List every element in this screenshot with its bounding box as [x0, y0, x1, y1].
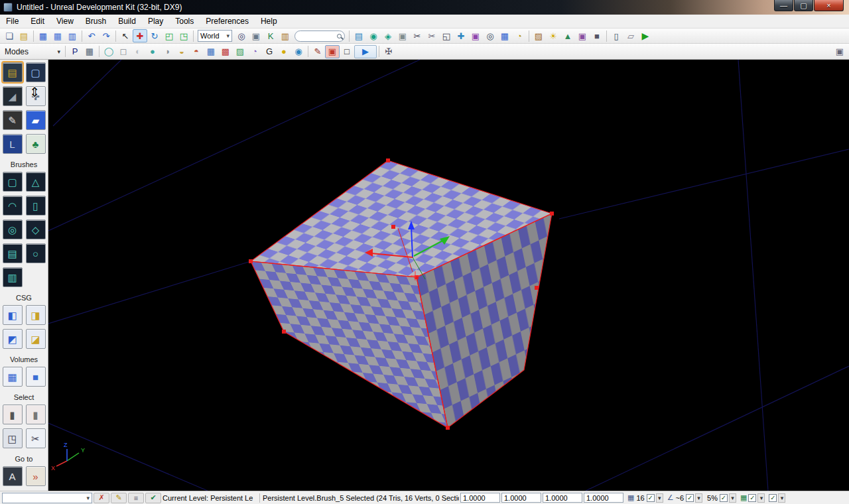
- perspective-viewport[interactable]: X Y Z: [48, 60, 849, 491]
- show-widget-button[interactable]: ✚: [454, 29, 468, 42]
- lighting-only-viewmode-button[interactable]: ◒: [174, 45, 189, 58]
- csg-add-button[interactable]: ◧: [3, 305, 23, 325]
- foliage-mode-button[interactable]: ♣: [26, 134, 46, 154]
- light-complexity-viewmode-button[interactable]: ◓: [189, 45, 204, 58]
- build-all-button[interactable]: ■: [590, 29, 604, 42]
- rotate-tool-button[interactable]: ↻: [147, 29, 162, 42]
- autosave-checkbox[interactable]: ✓: [748, 494, 756, 502]
- new-level-button[interactable]: ❏: [2, 29, 17, 42]
- save-all-button[interactable]: ▥: [65, 29, 80, 42]
- transaction-button[interactable]: ▣: [249, 29, 263, 42]
- game-view-button[interactable]: G: [262, 45, 277, 58]
- csg-deintersect-button[interactable]: ◪: [26, 329, 46, 349]
- detach-viewport-button[interactable]: ✠: [381, 45, 396, 58]
- csg-intersect-button[interactable]: ◩: [3, 329, 23, 349]
- mesh-paint-mode-button[interactable]: ▰: [26, 110, 46, 130]
- scale-nonuniform-tool-button[interactable]: ◳: [176, 29, 191, 42]
- show-flags-button[interactable]: ◉: [291, 45, 306, 58]
- open-level-button[interactable]: ▤: [17, 29, 31, 42]
- builder-brush[interactable]: [249, 158, 554, 430]
- snap-sliders-button[interactable]: ≡: [128, 493, 144, 503]
- drawscale-field[interactable]: 1.0000: [460, 493, 500, 503]
- terrain-mode-button[interactable]: ◢: [3, 86, 23, 106]
- viewport-camera-button[interactable]: ▣: [325, 45, 340, 58]
- geometry-mode-button[interactable]: ▢: [26, 62, 46, 82]
- drag-grid-value[interactable]: 16: [635, 494, 645, 502]
- scale-snap-dropdown[interactable]: ▾: [729, 493, 736, 503]
- camera-snap-dropdown[interactable]: ▾: [778, 493, 785, 503]
- kismet-button[interactable]: K: [263, 29, 278, 42]
- menu-tools[interactable]: Tools: [169, 15, 200, 28]
- spiral-stair-brush-button[interactable]: ◎: [3, 220, 23, 239]
- menu-brush[interactable]: Brush: [80, 15, 112, 28]
- drawscale-x-field[interactable]: 1.0000: [501, 493, 541, 503]
- zoom-extents-button[interactable]: ◎: [483, 29, 497, 42]
- cube-brush-button[interactable]: ▢: [3, 172, 23, 192]
- autosave-options-button[interactable]: ◔: [512, 29, 527, 42]
- actor-lock-button[interactable]: ✗: [94, 493, 109, 503]
- cut-button[interactable]: ✂: [410, 29, 424, 42]
- menu-build[interactable]: Build: [112, 15, 142, 28]
- close-button[interactable]: ×: [814, 0, 844, 11]
- rotation-grid-checkbox[interactable]: ✓: [686, 494, 694, 502]
- surface-props-button[interactable]: ✎: [111, 493, 127, 503]
- menu-view[interactable]: View: [50, 15, 80, 28]
- rotation-grid-dropdown[interactable]: ▾: [695, 493, 702, 503]
- select-tool-button[interactable]: ↖: [118, 29, 133, 42]
- save-button[interactable]: ▦: [36, 29, 50, 42]
- texture-density-viewmode-button[interactable]: ▦: [204, 45, 218, 58]
- autosave-dropdown[interactable]: ▾: [757, 493, 765, 503]
- toolbar-grip-button[interactable]: ▣: [832, 45, 847, 58]
- streaming-level-dropdown[interactable]: ▾: [2, 493, 92, 503]
- maximize-viewport-button[interactable]: □: [340, 45, 354, 58]
- grid-options-button[interactable]: ▦: [497, 29, 512, 42]
- unlit-viewmode-button[interactable]: ◐: [131, 45, 145, 58]
- drag-grid-dropdown[interactable]: ▾: [656, 493, 663, 503]
- static-mesh-browser-button[interactable]: ◈: [381, 29, 395, 42]
- scale-tool-button[interactable]: ◰: [162, 29, 176, 42]
- content-browser-panes-button[interactable]: ▤: [352, 29, 366, 42]
- scale-snap-checkbox[interactable]: ✓: [720, 494, 728, 502]
- modes-toolbar-dropdown[interactable]: Modes ▾: [2, 47, 63, 56]
- copy-button[interactable]: ✂: [424, 29, 439, 42]
- select-touching-button[interactable]: ▮: [26, 405, 46, 424]
- add-volume-button[interactable]: ▦: [3, 367, 23, 387]
- menu-edit[interactable]: Edit: [25, 15, 50, 28]
- minimize-button[interactable]: —: [774, 0, 793, 11]
- menu-file[interactable]: File: [0, 15, 25, 28]
- play-in-editor-button[interactable]: ▶: [638, 29, 653, 42]
- coordinate-system-dropdown[interactable]: World ▾: [198, 30, 232, 42]
- find-actors-button[interactable]: ◎: [234, 29, 249, 42]
- sphere-brush-button[interactable]: ○: [26, 243, 46, 263]
- play-on-pc-button[interactable]: ▯: [609, 29, 623, 42]
- goto-actor-button[interactable]: A: [3, 466, 23, 486]
- viewport-type-perspective-button[interactable]: P: [68, 45, 82, 58]
- build-cover-button[interactable]: ▣: [575, 29, 590, 42]
- goto-builder-brush-button[interactable]: »: [26, 466, 46, 486]
- csg-subtract-button[interactable]: ◨: [26, 305, 46, 325]
- sheet-brush-button[interactable]: ◇: [26, 220, 46, 239]
- menu-help[interactable]: Help: [255, 15, 283, 28]
- lock-viewport-button[interactable]: ●: [277, 45, 291, 58]
- texture-mode-button[interactable]: ✎: [3, 110, 23, 130]
- linear-stair-brush-button[interactable]: ▤: [3, 243, 23, 263]
- rotation-grid-value[interactable]: ~6: [675, 494, 685, 502]
- redo-button[interactable]: ↷: [99, 29, 113, 42]
- curved-stair-brush-button[interactable]: ◠: [3, 196, 23, 216]
- scale-snap-value[interactable]: 5%: [706, 494, 718, 502]
- play-mobile-button[interactable]: ▱: [623, 29, 638, 42]
- translate-tool-button[interactable]: ✚: [133, 29, 147, 42]
- landscape-mode-button[interactable]: L: [3, 134, 23, 154]
- select-geometry-button[interactable]: ◳: [3, 428, 23, 448]
- add-volume-solid-button[interactable]: ■: [26, 367, 46, 387]
- cone-brush-button[interactable]: △: [26, 172, 46, 192]
- select-cut-button[interactable]: ✂: [26, 428, 46, 448]
- drag-grid-checkbox[interactable]: ✓: [647, 494, 655, 502]
- cylinder-brush-button[interactable]: ▯: [26, 196, 46, 216]
- realtime-preview-button[interactable]: ▶: [354, 45, 377, 58]
- drawscale-y-field[interactable]: 1.0000: [543, 493, 582, 503]
- camera-align-button[interactable]: ▣: [468, 29, 483, 42]
- select-inside-button[interactable]: ▮: [3, 405, 23, 424]
- static-mesh-mode-button[interactable]: ✚: [26, 86, 46, 106]
- lightmap-density-viewmode-button[interactable]: ▨: [233, 45, 247, 58]
